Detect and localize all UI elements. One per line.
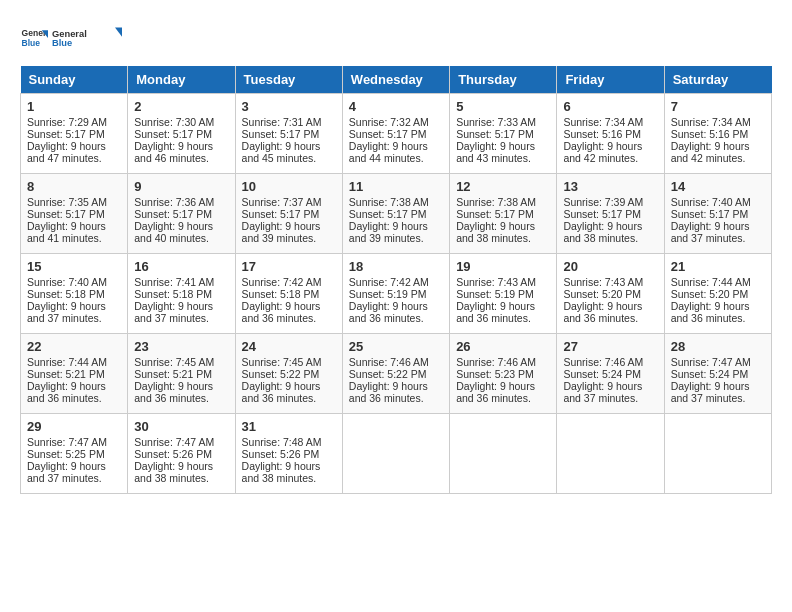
- day-cell-14: 14Sunrise: 7:40 AMSunset: 5:17 PMDayligh…: [664, 174, 771, 254]
- day-cell-19: 19Sunrise: 7:43 AMSunset: 5:19 PMDayligh…: [450, 254, 557, 334]
- day-cell-12: 12Sunrise: 7:38 AMSunset: 5:17 PMDayligh…: [450, 174, 557, 254]
- logo: General Blue General Blue: [20, 20, 122, 56]
- daylight-text: Daylight: 9 hours and 36 minutes.: [671, 300, 750, 324]
- sunrise-text: Sunrise: 7:37 AM: [242, 196, 322, 208]
- week-row-5: 29Sunrise: 7:47 AMSunset: 5:25 PMDayligh…: [21, 414, 772, 494]
- day-number: 17: [242, 259, 336, 274]
- sunset-text: Sunset: 5:17 PM: [242, 208, 320, 220]
- sunset-text: Sunset: 5:21 PM: [134, 368, 212, 380]
- sunrise-text: Sunrise: 7:32 AM: [349, 116, 429, 128]
- daylight-text: Daylight: 9 hours and 39 minutes.: [349, 220, 428, 244]
- sunset-text: Sunset: 5:17 PM: [456, 208, 534, 220]
- sunrise-text: Sunrise: 7:40 AM: [27, 276, 107, 288]
- day-number: 22: [27, 339, 121, 354]
- day-cell-24: 24Sunrise: 7:45 AMSunset: 5:22 PMDayligh…: [235, 334, 342, 414]
- daylight-text: Daylight: 9 hours and 36 minutes.: [242, 380, 321, 404]
- sunrise-text: Sunrise: 7:47 AM: [27, 436, 107, 448]
- day-cell-6: 6Sunrise: 7:34 AMSunset: 5:16 PMDaylight…: [557, 94, 664, 174]
- sunrise-text: Sunrise: 7:43 AM: [456, 276, 536, 288]
- day-cell-5: 5Sunrise: 7:33 AMSunset: 5:17 PMDaylight…: [450, 94, 557, 174]
- day-number: 8: [27, 179, 121, 194]
- sunrise-text: Sunrise: 7:29 AM: [27, 116, 107, 128]
- sunrise-text: Sunrise: 7:43 AM: [563, 276, 643, 288]
- sunset-text: Sunset: 5:26 PM: [242, 448, 320, 460]
- daylight-text: Daylight: 9 hours and 36 minutes.: [242, 300, 321, 324]
- day-number: 5: [456, 99, 550, 114]
- sunrise-text: Sunrise: 7:40 AM: [671, 196, 751, 208]
- sunset-text: Sunset: 5:26 PM: [134, 448, 212, 460]
- sunset-text: Sunset: 5:17 PM: [563, 208, 641, 220]
- sunrise-text: Sunrise: 7:34 AM: [671, 116, 751, 128]
- sunset-text: Sunset: 5:20 PM: [671, 288, 749, 300]
- daylight-text: Daylight: 9 hours and 36 minutes.: [349, 380, 428, 404]
- daylight-text: Daylight: 9 hours and 42 minutes.: [671, 140, 750, 164]
- day-cell-27: 27Sunrise: 7:46 AMSunset: 5:24 PMDayligh…: [557, 334, 664, 414]
- day-number: 13: [563, 179, 657, 194]
- empty-cell: [664, 414, 771, 494]
- daylight-text: Daylight: 9 hours and 37 minutes.: [27, 300, 106, 324]
- sunrise-text: Sunrise: 7:36 AM: [134, 196, 214, 208]
- week-row-3: 15Sunrise: 7:40 AMSunset: 5:18 PMDayligh…: [21, 254, 772, 334]
- weekday-header-thursday: Thursday: [450, 66, 557, 94]
- page-header: General Blue General Blue: [20, 20, 772, 56]
- sunset-text: Sunset: 5:17 PM: [456, 128, 534, 140]
- day-number: 21: [671, 259, 765, 274]
- day-number: 7: [671, 99, 765, 114]
- sunrise-text: Sunrise: 7:47 AM: [134, 436, 214, 448]
- day-number: 19: [456, 259, 550, 274]
- day-number: 31: [242, 419, 336, 434]
- day-number: 4: [349, 99, 443, 114]
- sunset-text: Sunset: 5:21 PM: [27, 368, 105, 380]
- day-number: 11: [349, 179, 443, 194]
- day-cell-10: 10Sunrise: 7:37 AMSunset: 5:17 PMDayligh…: [235, 174, 342, 254]
- day-number: 1: [27, 99, 121, 114]
- sunset-text: Sunset: 5:24 PM: [671, 368, 749, 380]
- sunset-text: Sunset: 5:18 PM: [242, 288, 320, 300]
- daylight-text: Daylight: 9 hours and 36 minutes.: [134, 380, 213, 404]
- daylight-text: Daylight: 9 hours and 47 minutes.: [27, 140, 106, 164]
- sunrise-text: Sunrise: 7:45 AM: [242, 356, 322, 368]
- svg-marker-6: [115, 28, 122, 37]
- daylight-text: Daylight: 9 hours and 36 minutes.: [456, 300, 535, 324]
- sunrise-text: Sunrise: 7:46 AM: [563, 356, 643, 368]
- empty-cell: [342, 414, 449, 494]
- daylight-text: Daylight: 9 hours and 41 minutes.: [27, 220, 106, 244]
- sunrise-text: Sunrise: 7:46 AM: [349, 356, 429, 368]
- sunrise-text: Sunrise: 7:41 AM: [134, 276, 214, 288]
- day-cell-18: 18Sunrise: 7:42 AMSunset: 5:19 PMDayligh…: [342, 254, 449, 334]
- day-number: 2: [134, 99, 228, 114]
- day-cell-30: 30Sunrise: 7:47 AMSunset: 5:26 PMDayligh…: [128, 414, 235, 494]
- sunrise-text: Sunrise: 7:35 AM: [27, 196, 107, 208]
- sunset-text: Sunset: 5:16 PM: [563, 128, 641, 140]
- day-number: 14: [671, 179, 765, 194]
- day-cell-9: 9Sunrise: 7:36 AMSunset: 5:17 PMDaylight…: [128, 174, 235, 254]
- day-cell-23: 23Sunrise: 7:45 AMSunset: 5:21 PMDayligh…: [128, 334, 235, 414]
- day-number: 15: [27, 259, 121, 274]
- daylight-text: Daylight: 9 hours and 43 minutes.: [456, 140, 535, 164]
- sunrise-text: Sunrise: 7:38 AM: [349, 196, 429, 208]
- daylight-text: Daylight: 9 hours and 38 minutes.: [456, 220, 535, 244]
- sunset-text: Sunset: 5:17 PM: [27, 208, 105, 220]
- day-number: 23: [134, 339, 228, 354]
- weekday-header-row: SundayMondayTuesdayWednesdayThursdayFrid…: [21, 66, 772, 94]
- sunrise-text: Sunrise: 7:44 AM: [27, 356, 107, 368]
- day-cell-31: 31Sunrise: 7:48 AMSunset: 5:26 PMDayligh…: [235, 414, 342, 494]
- day-number: 16: [134, 259, 228, 274]
- sunset-text: Sunset: 5:23 PM: [456, 368, 534, 380]
- sunset-text: Sunset: 5:20 PM: [563, 288, 641, 300]
- daylight-text: Daylight: 9 hours and 36 minutes.: [563, 300, 642, 324]
- sunset-text: Sunset: 5:17 PM: [671, 208, 749, 220]
- week-row-2: 8Sunrise: 7:35 AMSunset: 5:17 PMDaylight…: [21, 174, 772, 254]
- sunrise-text: Sunrise: 7:33 AM: [456, 116, 536, 128]
- day-cell-4: 4Sunrise: 7:32 AMSunset: 5:17 PMDaylight…: [342, 94, 449, 174]
- day-number: 30: [134, 419, 228, 434]
- sunrise-text: Sunrise: 7:38 AM: [456, 196, 536, 208]
- weekday-header-saturday: Saturday: [664, 66, 771, 94]
- svg-text:General: General: [22, 28, 48, 38]
- day-cell-7: 7Sunrise: 7:34 AMSunset: 5:16 PMDaylight…: [664, 94, 771, 174]
- sunrise-text: Sunrise: 7:30 AM: [134, 116, 214, 128]
- day-cell-1: 1Sunrise: 7:29 AMSunset: 5:17 PMDaylight…: [21, 94, 128, 174]
- day-number: 3: [242, 99, 336, 114]
- empty-cell: [450, 414, 557, 494]
- day-cell-16: 16Sunrise: 7:41 AMSunset: 5:18 PMDayligh…: [128, 254, 235, 334]
